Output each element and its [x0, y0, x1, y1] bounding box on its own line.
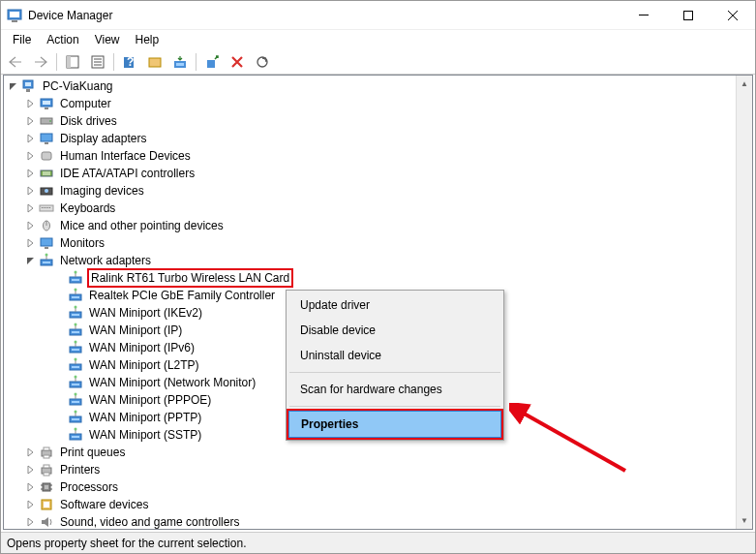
ctx-uninstall-device[interactable]: Uninstall device [288, 343, 501, 368]
svg-rect-95 [45, 485, 48, 489]
collapse-icon[interactable] [23, 253, 39, 268]
svg-rect-45 [43, 262, 50, 263]
tree-category-node[interactable]: IDE ATA/ATAPI controllers [4, 165, 752, 182]
menu-view[interactable]: View [87, 31, 128, 48]
tree-node-label: WAN Miniport (IKEv2) [87, 305, 204, 321]
svg-rect-2 [12, 20, 17, 22]
svg-rect-92 [44, 465, 49, 468]
tree-node-label: WAN Miniport (PPTP) [87, 410, 203, 425]
ctx-separator [289, 406, 500, 407]
network-icon [68, 392, 83, 408]
context-menu: Update driver Disable device Uninstall d… [286, 290, 504, 441]
expand-icon[interactable] [23, 148, 39, 164]
expand-icon[interactable] [23, 113, 39, 129]
svg-rect-1 [10, 12, 19, 17]
tree-category-node[interactable]: Computer [4, 95, 752, 112]
menu-action[interactable]: Action [39, 31, 86, 48]
properties-button[interactable] [86, 51, 109, 73]
svg-rect-19 [25, 82, 31, 86]
svg-point-83 [75, 411, 77, 414]
svg-point-51 [75, 271, 77, 274]
scan-hardware-button[interactable] [251, 51, 274, 73]
toolbar: ? [1, 49, 755, 75]
network-icon [68, 270, 83, 286]
menu-file[interactable]: File [5, 31, 39, 48]
expand-icon[interactable] [23, 166, 39, 181]
tree-category-node[interactable]: Software devices [4, 496, 752, 513]
network-icon [68, 340, 83, 355]
monitor-icon [39, 235, 54, 251]
svg-rect-53 [72, 296, 79, 298]
expand-icon[interactable] [23, 96, 39, 111]
tree-category-node[interactable]: Sound, video and game controllers [4, 513, 752, 530]
tree-category-node[interactable]: Printers [4, 461, 752, 478]
network-icon [68, 375, 83, 390]
status-bar: Opens property sheet for the current sel… [1, 532, 755, 553]
close-button[interactable] [711, 1, 755, 30]
tree-device-node[interactable]: Ralink RT61 Turbo Wireless LAN Card [4, 269, 752, 287]
expand-icon[interactable] [23, 131, 39, 146]
computer-icon [39, 96, 54, 111]
svg-point-71 [75, 358, 77, 361]
tree-node-label: Sound, video and game controllers [58, 514, 241, 530]
tree-node-label: Software devices [58, 497, 150, 512]
window-controls [621, 1, 755, 30]
tree-category-node[interactable]: Monitors [4, 234, 752, 252]
help-button[interactable]: ? [118, 51, 141, 73]
expand-icon[interactable] [6, 78, 21, 94]
svg-rect-6 [67, 56, 71, 68]
expand-icon[interactable] [23, 514, 39, 530]
svg-rect-22 [43, 101, 50, 105]
ctx-properties[interactable]: Properties [288, 411, 501, 438]
tree-node-label: Keyboards [58, 200, 117, 216]
expand-icon[interactable] [23, 479, 39, 495]
tree-node-label: Disk drives [58, 113, 119, 129]
ctx-scan-hardware[interactable]: Scan for hardware changes [288, 377, 501, 402]
vertical-scrollbar[interactable]: ▲ ▼ [736, 76, 752, 529]
show-hide-tree-button[interactable] [61, 51, 84, 73]
expand-icon[interactable] [23, 200, 39, 216]
svg-rect-29 [41, 170, 52, 176]
tree-category-node[interactable]: Processors [4, 478, 752, 496]
svg-point-59 [75, 306, 77, 309]
update-driver-button[interactable] [168, 51, 192, 73]
tree-node-label: IDE ATA/ATAPI controllers [58, 166, 197, 181]
action-button[interactable] [143, 51, 166, 73]
expand-icon[interactable] [23, 218, 39, 233]
tree-category-node[interactable]: Keyboards [4, 200, 752, 217]
svg-rect-20 [26, 89, 30, 92]
tree-node-label: Computer [58, 96, 113, 111]
tree-category-network[interactable]: Network adapters [4, 252, 752, 269]
enable-button[interactable] [200, 51, 224, 73]
tree-category-node[interactable]: Mice and other pointing devices [4, 217, 752, 234]
tree-node-label: WAN Miniport (IP) [87, 323, 184, 338]
tree-node-label: Processors [58, 479, 120, 495]
tree-category-node[interactable]: Human Interface Devices [4, 147, 752, 165]
svg-point-63 [75, 323, 77, 326]
tree-node-label: Human Interface Devices [58, 148, 193, 164]
network-icon [68, 323, 83, 338]
expand-icon[interactable] [23, 183, 39, 199]
disk-icon [39, 113, 54, 129]
tree-category-node[interactable]: Imaging devices [4, 182, 752, 200]
expand-icon[interactable] [23, 497, 39, 512]
svg-rect-27 [45, 142, 48, 144]
uninstall-button[interactable] [226, 51, 249, 73]
network-icon [39, 253, 54, 268]
minimize-button[interactable] [621, 1, 666, 30]
maximize-button[interactable] [666, 1, 711, 30]
expand-icon[interactable] [23, 235, 39, 251]
forward-button [29, 51, 52, 73]
expand-icon[interactable] [23, 462, 39, 477]
tree-category-node[interactable]: Display adapters [4, 130, 752, 147]
tree-category-node[interactable]: Print queues [4, 444, 752, 461]
tree-root-node[interactable]: PC-ViaKuang [4, 77, 752, 95]
ctx-update-driver[interactable]: Update driver [288, 292, 501, 318]
expand-icon[interactable] [23, 445, 39, 460]
menu-help[interactable]: Help [128, 31, 167, 48]
menu-bar: File Action View Help [1, 30, 755, 49]
tree-category-node[interactable]: Disk drives [4, 112, 752, 130]
svg-rect-37 [45, 207, 46, 208]
ctx-disable-device[interactable]: Disable device [288, 318, 501, 343]
hid-icon [39, 148, 54, 164]
